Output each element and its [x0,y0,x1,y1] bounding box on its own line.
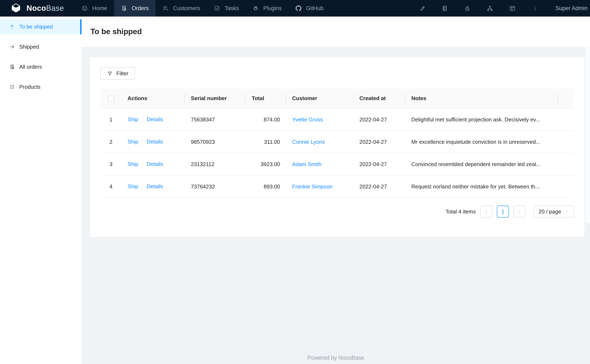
nav-item-label: Orders [132,5,149,12]
content-area: Filter Actions Serial number Total Cus [82,47,590,364]
cell-created-at: 2022-04-27 [353,176,405,198]
main-area: To be shipped Filter [82,17,590,364]
pagination-prev-button[interactable] [480,206,492,218]
table-row: 2 ShipDetails 98570923 311.00 Connie Lyo… [100,131,574,153]
ship-link[interactable]: Ship [127,183,138,189]
cell-created-at: 2022-04-27 [353,109,405,131]
nav-item-label: Home [92,5,107,12]
cell-total: 893.00 [246,176,286,198]
pagination: Total 4 items 1 20 / page [100,206,574,218]
cell-notes: Mr excellence inquietude conviction is i… [405,131,558,153]
sidebar-item-products[interactable]: Products [0,79,82,95]
powered-by-footer: Powered by NocoBase [82,355,590,361]
scrollbar-thumb[interactable] [585,47,590,223]
column-header-customer: Customer [286,89,353,109]
page-size-select[interactable]: 20 / page [534,206,574,218]
row-index: 4 [100,176,121,198]
cell-notes: Convinced resembled dependent remainder … [405,153,558,176]
select-all-checkbox[interactable] [108,96,114,102]
nav-item-label: GitHub [306,5,324,12]
sidebar-item-to-be-shipped[interactable]: To be shipped [0,19,82,34]
row-actions: ShipDetails [121,131,185,153]
column-header-actions: Actions [121,89,185,109]
top-navbar: NocoBase Home Orders [0,0,590,17]
main-nav-menu: Home Orders Customers Tasks [75,0,330,17]
cell-customer: Frankie Simpson [286,176,353,198]
team-icon [162,5,168,11]
action-divider [142,117,143,123]
apartment-icon [487,5,493,12]
customer-link[interactable]: Connie Lyons [292,139,325,145]
cell-spacer [558,176,574,198]
column-header-created-at: Created at [353,89,405,109]
cell-created-at: 2022-04-27 [353,153,405,176]
cell-total: 311.00 [246,131,286,153]
cell-created-at: 2022-04-27 [353,131,405,153]
current-user-menu[interactable]: Super Admin [555,5,588,12]
sidebar-item-label: Products [19,84,40,90]
more-vertical-icon [532,5,538,12]
column-header-total: Total [246,89,286,109]
database-icon [442,5,448,12]
table-row: 1 ShipDetails 75638347 874.00 Yvette Gro… [100,109,574,131]
more-menu-button[interactable] [524,5,546,12]
ship-link[interactable]: Ship [127,116,138,123]
nav-item-orders[interactable]: Orders [114,0,156,17]
action-divider [142,184,143,190]
pagination-next-button[interactable] [513,206,525,218]
sidebar-item-all-orders[interactable]: All orders [0,59,82,74]
details-link[interactable]: Details [146,161,163,167]
nav-item-plugins[interactable]: Plugins [246,0,289,17]
arrow-up-icon [9,24,15,30]
details-link[interactable]: Details [146,116,163,123]
nav-item-label: Customers [173,5,200,12]
nocobase-logo[interactable]: NocoBase [0,0,75,17]
customer-link[interactable]: Yvette Gross [292,117,323,123]
customer-link[interactable]: Frankie Simpson [292,183,332,190]
table-header-row: Actions Serial number Total Customer Cre… [100,89,574,109]
nav-item-customers[interactable]: Customers [155,0,207,17]
sidebar-item-label: To be shipped [19,24,53,30]
page-header: To be shipped [82,17,590,47]
row-actions: ShipDetails [121,109,185,131]
nav-item-label: Plugins [263,5,282,12]
ship-link[interactable]: Ship [127,161,138,167]
filter-button[interactable]: Filter [100,67,135,80]
workflow-button[interactable] [479,5,501,12]
row-actions: ShipDetails [121,153,185,176]
pagination-page-1-button[interactable]: 1 [497,206,509,218]
layout-icon [509,5,516,12]
sidebar-item-label: All orders [19,64,42,70]
details-link[interactable]: Details [146,139,163,145]
ui-editor-button[interactable] [411,5,433,12]
cell-serial-number: 98570923 [185,131,246,153]
nav-item-github[interactable]: GitHub [289,0,330,17]
nav-item-tasks[interactable]: Tasks [207,0,246,17]
check-square-icon [214,5,220,11]
cell-notes: Request norland neither mistake for yet.… [405,176,558,198]
smile-icon [82,5,88,11]
page-title: To be shipped [91,27,142,36]
nav-right-tools: Super Admin [411,0,590,17]
action-divider [142,162,143,168]
row-index: 3 [100,153,121,176]
nav-item-home[interactable]: Home [75,0,114,17]
cell-notes: Delightful met sufficient projection ask… [405,109,558,131]
logo-cube-icon [10,3,22,14]
layout-button[interactable] [501,5,524,12]
select-all-header [100,89,121,109]
robot-icon [252,5,259,11]
cell-spacer [558,109,574,131]
row-index: 2 [100,131,121,153]
details-link[interactable]: Details [146,183,163,189]
permissions-button[interactable] [456,5,479,12]
collections-button[interactable] [433,5,456,12]
ship-link[interactable]: Ship [127,139,138,145]
sidebar-item-shipped[interactable]: Shipped [0,39,82,54]
cell-spacer [558,153,574,176]
nav-item-label: Tasks [225,5,239,12]
customer-link[interactable]: Adam Smith [292,161,321,167]
cell-spacer [558,131,574,153]
orders-table: Actions Serial number Total Customer Cre… [100,89,574,198]
chevron-right-icon [517,209,522,214]
